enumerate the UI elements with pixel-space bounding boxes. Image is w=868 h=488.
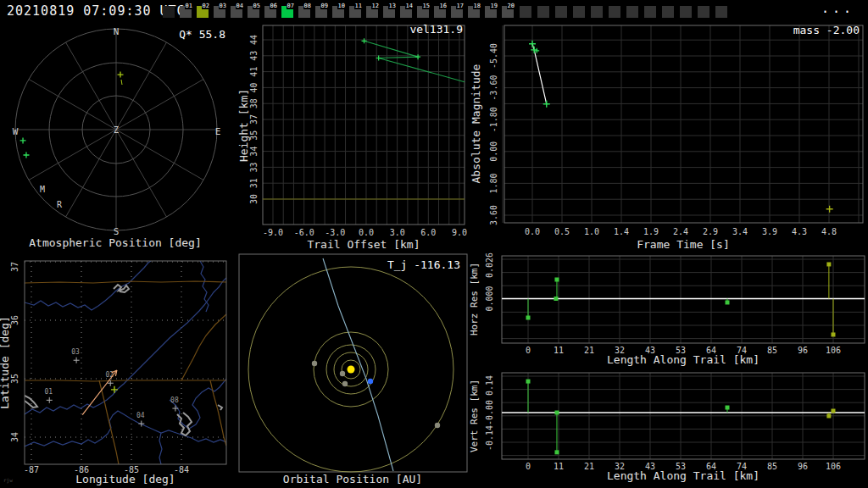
camera-tile-10[interactable]: 10 <box>332 6 344 18</box>
camera-tile-13[interactable]: 13 <box>383 6 395 18</box>
river-path <box>25 411 226 446</box>
camera-tile-blank[interactable] <box>163 6 175 18</box>
camera-tile-blank[interactable] <box>591 6 603 18</box>
tick-label: 3.60 <box>489 205 498 225</box>
map-x-axis-label: Longitude [deg] <box>75 473 175 485</box>
tick-label: 34 <box>10 432 19 442</box>
tick-label: 106 <box>826 346 841 355</box>
camera-tile-blank[interactable] <box>537 6 549 18</box>
camera-tile-label: 17 <box>456 3 465 9</box>
trail-plot-frame <box>263 25 465 225</box>
camera-tile-blank[interactable] <box>609 6 620 18</box>
camera-tile-label: 03 <box>219 3 227 9</box>
city-area <box>218 405 222 410</box>
camera-tile-17[interactable]: 17 <box>451 6 463 18</box>
camera-tile-04[interactable]: 04 <box>231 6 242 18</box>
tick-label: 0.0 <box>525 227 540 236</box>
tick-label: 1.9 <box>643 227 659 236</box>
camera-tile-20[interactable]: 20 <box>502 6 514 18</box>
camera-tile-label: 02 <box>202 3 210 9</box>
tick-label: 85 <box>767 462 777 471</box>
camera-tile-label: 07 <box>287 3 295 9</box>
camera-tile-blank[interactable] <box>680 6 692 18</box>
tick-label: 43 <box>249 51 259 61</box>
camera-tile-02[interactable]: 02 <box>197 6 209 18</box>
tick-label: -87 <box>24 465 39 474</box>
camera-tile-16[interactable]: 16 <box>434 6 446 18</box>
camera-tile-01[interactable]: 01 <box>180 6 192 18</box>
data-point-cross <box>543 101 550 108</box>
azimuth-spoke <box>116 130 167 217</box>
tick-label: 21 <box>584 462 594 471</box>
magnitude-y-axis-label: Absolute Magnitude <box>470 64 482 183</box>
city-area <box>177 413 192 435</box>
meteor-trail <box>364 41 465 81</box>
tick-label: 0.0 <box>359 228 374 237</box>
compass-north-label: N <box>114 26 120 37</box>
tick-label: -1.80 <box>489 107 498 132</box>
azimuth-spoke <box>116 80 203 130</box>
camera-tile-blank[interactable] <box>644 6 656 18</box>
tick-label: 30 <box>249 194 259 204</box>
camera-tile-05[interactable]: 05 <box>248 6 259 18</box>
azimuth-spoke <box>66 42 117 130</box>
road-path <box>25 281 226 283</box>
camera-tile-15[interactable]: 15 <box>417 6 429 18</box>
river-path <box>159 433 162 464</box>
tick-label: 37 <box>10 262 19 272</box>
trail-offset-plot <box>263 38 465 199</box>
tick-label: 35 <box>249 130 259 141</box>
camera-tile-blank[interactable] <box>626 6 638 18</box>
camera-tile-12[interactable]: 12 <box>366 6 378 18</box>
tick-label: 85 <box>767 346 777 355</box>
mass-value: mass -2.00 <box>793 24 860 36</box>
tick-label: 21 <box>584 346 594 355</box>
camera-tile-blank[interactable] <box>573 6 585 18</box>
overflow-menu[interactable]: ... <box>821 1 854 16</box>
zenith-label: Z <box>114 125 119 135</box>
road-path <box>181 314 226 380</box>
camera-tile-blank[interactable] <box>555 6 567 18</box>
city-area <box>25 396 37 408</box>
camera-tile-11[interactable]: 11 <box>349 6 361 18</box>
data-point-cross <box>74 358 80 363</box>
tick-label: 44 <box>249 35 259 45</box>
sky-station-letter: M <box>40 185 45 194</box>
camera-tile-blank[interactable] <box>520 6 531 18</box>
data-point-cross <box>47 397 53 403</box>
vert-x-axis-label: Length Along Trail [km] <box>607 469 760 482</box>
tisserand-value: T_j -116.13 <box>387 258 460 271</box>
data-point-square <box>826 413 831 418</box>
river-path <box>200 261 209 312</box>
sky-station-letter: R <box>57 200 63 209</box>
camera-tile-18[interactable]: 18 <box>468 6 480 18</box>
tick-label: -9.0 <box>263 228 283 237</box>
camera-tile-14[interactable]: 14 <box>400 6 412 18</box>
camera-tile-08[interactable]: 08 <box>298 6 310 18</box>
camera-tile-06[interactable]: 06 <box>264 6 276 18</box>
camera-tile-03[interactable]: 03 <box>214 6 225 18</box>
camera-tile-label: 10 <box>337 3 346 9</box>
tick-label: 2.9 <box>703 227 718 236</box>
sun-marker <box>348 366 355 374</box>
tick-label: -0.00 <box>485 400 494 425</box>
camera-tile-blank[interactable] <box>698 6 709 18</box>
tick-label: 1.80 <box>489 173 498 193</box>
data-point-cross <box>415 54 420 59</box>
tick-label: -84 <box>174 465 189 474</box>
tick-label: 6.0 <box>420 228 436 237</box>
tick-label: 0.026 <box>485 252 494 278</box>
velocity-value: vel131.9 <box>409 23 463 36</box>
tick-label: -5.40 <box>489 43 498 69</box>
camera-tile-07[interactable]: 07 <box>281 6 293 18</box>
tick-label: 33 <box>249 162 259 172</box>
tick-label: 4.8 <box>821 227 837 236</box>
camera-tile-09[interactable]: 09 <box>315 6 327 18</box>
camera-tile-blank[interactable] <box>715 6 727 18</box>
camera-tile-label: 08 <box>303 3 312 9</box>
data-point-square <box>726 300 730 304</box>
camera-tile-19[interactable]: 19 <box>485 6 497 18</box>
camera-tile-blank[interactable] <box>662 6 674 18</box>
tick-label: 106 <box>826 462 841 471</box>
tick-label: 38 <box>249 98 259 108</box>
